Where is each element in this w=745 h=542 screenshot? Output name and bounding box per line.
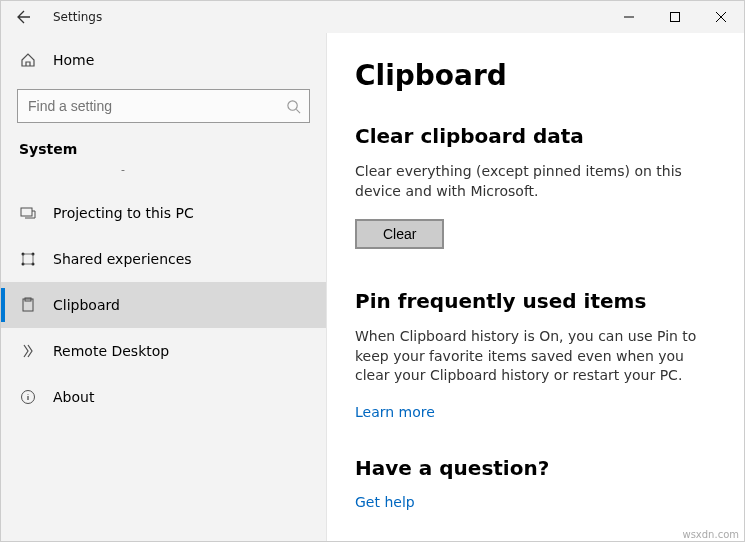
nav-remote-desktop[interactable]: Remote Desktop (1, 328, 326, 374)
app-title: Settings (47, 10, 102, 24)
projecting-icon (19, 205, 37, 221)
watermark: wsxdn.com (682, 529, 739, 540)
clear-button[interactable]: Clear (355, 219, 444, 249)
svg-rect-0 (671, 13, 680, 22)
clear-heading: Clear clipboard data (355, 124, 716, 148)
search-input[interactable] (28, 98, 286, 114)
page-title: Clipboard (355, 59, 716, 92)
question-heading: Have a question? (355, 456, 716, 480)
home-icon (19, 52, 37, 68)
maximize-button[interactable] (652, 1, 698, 33)
remote-icon (19, 343, 37, 359)
nav-shared-experiences[interactable]: Shared experiences (1, 236, 326, 282)
section-label: System (1, 141, 326, 163)
pin-desc: When Clipboard history is On, you can us… (355, 327, 716, 386)
window-controls (606, 1, 744, 33)
search-box[interactable] (17, 89, 310, 123)
pin-heading: Pin frequently used items (355, 289, 716, 313)
titlebar: Settings (1, 1, 744, 33)
shared-icon (19, 251, 37, 267)
about-icon (19, 389, 37, 405)
clipboard-icon (19, 297, 37, 313)
clear-desc: Clear everything (except pinned items) o… (355, 162, 716, 201)
body: Home System - Projecting to this PC Shar… (1, 33, 744, 541)
dash: - (1, 163, 326, 190)
search-icon (286, 99, 301, 114)
svg-rect-2 (21, 208, 32, 216)
nav-label: Remote Desktop (53, 343, 169, 359)
svg-point-1 (288, 100, 297, 109)
minimize-button[interactable] (606, 1, 652, 33)
close-button[interactable] (698, 1, 744, 33)
home-nav[interactable]: Home (1, 37, 326, 83)
nav-clipboard[interactable]: Clipboard (1, 282, 326, 328)
arrow-left-icon (16, 9, 32, 25)
minimize-icon (624, 12, 634, 22)
nav-label: Shared experiences (53, 251, 192, 267)
get-help-link[interactable]: Get help (355, 494, 716, 510)
nav-projecting[interactable]: Projecting to this PC (1, 190, 326, 236)
sidebar: Home System - Projecting to this PC Shar… (1, 33, 326, 541)
maximize-icon (670, 12, 680, 22)
home-label: Home (53, 52, 94, 68)
back-button[interactable] (1, 1, 47, 33)
content: Clipboard Clear clipboard data Clear eve… (326, 33, 744, 541)
close-icon (716, 12, 726, 22)
nav-label: Clipboard (53, 297, 120, 313)
learn-more-link[interactable]: Learn more (355, 404, 716, 420)
nav-label: Projecting to this PC (53, 205, 194, 221)
nav-label: About (53, 389, 94, 405)
nav-about[interactable]: About (1, 374, 326, 420)
